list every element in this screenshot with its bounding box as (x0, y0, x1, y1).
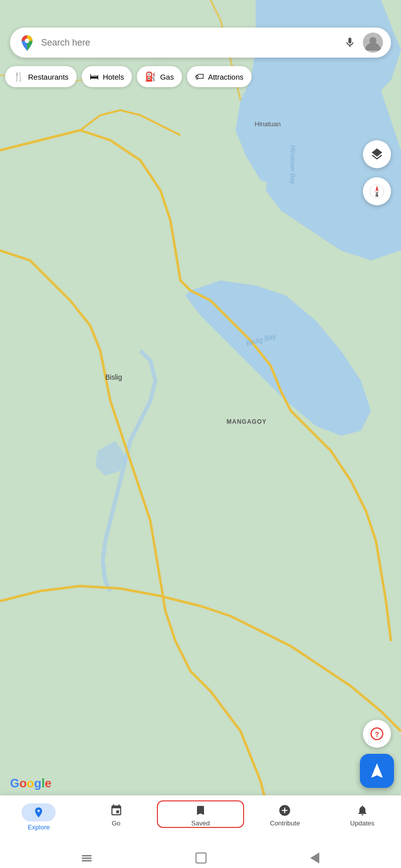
attractions-label: Attractions (208, 73, 244, 81)
microphone-icon[interactable] (343, 36, 357, 50)
gas-label: Gas (160, 73, 174, 81)
restaurants-pill[interactable]: 🍴 Restaurants (5, 66, 77, 87)
system-nav-bar (0, 848, 401, 868)
hotels-pill[interactable]: 🛏 Hotels (82, 66, 132, 87)
explore-label: Explore (28, 823, 50, 831)
map-container[interactable]: Bislig MANGAGOY Bislig Bay Hinatuan Bay … (0, 0, 401, 868)
nav-updates[interactable]: Updates (324, 800, 401, 827)
layers-button[interactable] (363, 140, 391, 168)
contribute-label: Contribute (270, 819, 300, 827)
contribute-icon (278, 803, 292, 817)
nav-contribute[interactable]: Contribute (246, 800, 323, 827)
explore-icon-bg (22, 803, 56, 821)
system-nav-back[interactable] (310, 852, 319, 863)
google-watermark: Google (10, 776, 52, 790)
help-button[interactable]: ? (363, 720, 391, 748)
search-bar[interactable] (10, 28, 391, 58)
navigate-button[interactable] (360, 754, 394, 788)
gas-icon: ⛽ (145, 71, 156, 82)
nav-go[interactable]: Go (77, 800, 154, 827)
svg-point-1 (25, 39, 30, 43)
updates-label: Updates (350, 819, 374, 827)
search-input[interactable] (41, 38, 338, 48)
go-label: Go (112, 819, 120, 827)
explore-icon (32, 805, 46, 819)
google-g-blue2: g (34, 776, 42, 790)
svg-text:?: ? (375, 730, 379, 738)
google-g-yellow: o (27, 776, 34, 790)
system-nav-home[interactable] (195, 852, 207, 863)
attractions-pill[interactable]: 🏷 Attractions (187, 66, 252, 87)
saved-label: Saved (191, 819, 210, 827)
hotels-label: Hotels (103, 73, 124, 81)
compass-button[interactable]: N (363, 177, 391, 205)
user-avatar[interactable] (363, 33, 383, 53)
bottom-nav: Explore Go Saved Contribute (0, 795, 401, 848)
restaurants-label: Restaurants (28, 73, 69, 81)
system-nav-recent[interactable] (82, 855, 92, 861)
go-icon (109, 803, 123, 817)
saved-icon (193, 803, 208, 817)
nav-explore[interactable]: Explore (0, 800, 77, 831)
google-maps-logo (18, 34, 36, 52)
google-g-blue: G (10, 776, 20, 790)
restaurants-icon: 🍴 (13, 71, 24, 82)
google-g-red: o (20, 776, 27, 790)
nav-saved[interactable]: Saved (157, 800, 244, 828)
google-g-red2: e (45, 776, 51, 790)
gas-pill[interactable]: ⛽ Gas (137, 66, 182, 87)
svg-text:N: N (375, 193, 378, 198)
hotels-icon: 🛏 (90, 72, 99, 82)
updates-icon (355, 803, 369, 817)
attractions-icon: 🏷 (195, 72, 204, 82)
category-pills: 🍴 Restaurants 🛏 Hotels ⛽ Gas 🏷 Attractio… (5, 66, 396, 87)
